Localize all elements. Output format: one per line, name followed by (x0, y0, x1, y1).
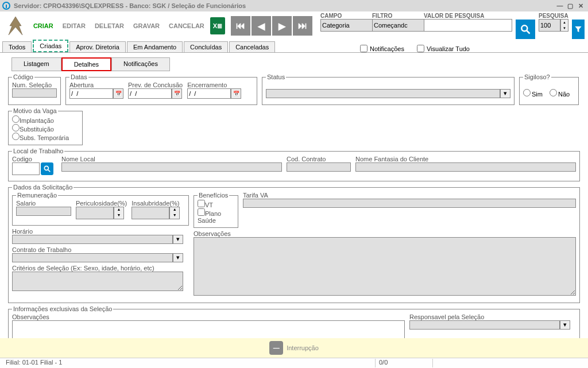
interrupt-bar: — Interrupção (0, 338, 588, 358)
form-area: Código Num. Seleção Datas Abertura 📅 Pre… (0, 71, 588, 358)
cancelar-button[interactable]: CANCELAR (165, 20, 208, 32)
dados-fieldset: Dados da Solicitação Remuneração Salario… (8, 184, 580, 303)
check-notif[interactable]: Notificações (360, 45, 404, 52)
enc-cal-button[interactable]: 📅 (231, 88, 241, 99)
interrupt-label: Interrupção (287, 344, 319, 351)
deletar-button[interactable]: DELETAR (91, 20, 127, 32)
check-vistudo[interactable]: Visualizar Tudo (417, 45, 470, 52)
inner-tab-listagem[interactable]: Listagem (11, 57, 61, 71)
excel-export-button[interactable]: X≣ (210, 17, 225, 34)
svg-line-3 (48, 170, 51, 172)
criterios-input[interactable] (12, 272, 183, 291)
salario-input[interactable] (16, 207, 71, 216)
status-fieldset: Status ▾ (262, 73, 514, 105)
motivo-fieldset: Motivo da Vaga Implantação Substituição … (8, 107, 83, 145)
num-selecao-input[interactable] (12, 88, 57, 98)
inner-tab-detalhes[interactable]: Detalhes (61, 57, 111, 71)
pesquisa-inc[interactable]: ▲ (561, 20, 568, 25)
resp-select[interactable] (409, 320, 560, 330)
prev-cal-button[interactable]: 📅 (172, 88, 182, 99)
statusbar: Filial: 01-01 Filial - 1 0/0 (0, 358, 588, 368)
filter-button[interactable] (572, 20, 585, 39)
contrato-dropdown[interactable]: ▾ (173, 253, 183, 262)
resp-dropdown[interactable]: ▾ (560, 320, 570, 330)
tab-aprov[interactable]: Aprov. Diretoria (69, 41, 126, 52)
sigiloso-nao[interactable]: Não (550, 89, 570, 98)
toolbar: CRIAR EDITAR DELETAR GRAVAR CANCELAR X≣ … (0, 11, 588, 40)
tab-concluidas[interactable]: Concluídas (184, 41, 228, 52)
nome-fantasia-input[interactable] (355, 162, 576, 172)
prev-input[interactable] (128, 88, 172, 99)
peric-inc[interactable]: ▲ (114, 207, 123, 213)
nav-buttons: ⏮ ◀ ▶ ⏭ (231, 16, 312, 36)
valor-input[interactable] (424, 19, 512, 32)
cod-contrato-input[interactable] (287, 162, 351, 172)
logo-icon (3, 13, 28, 38)
peric-dec[interactable]: ▼ (114, 213, 123, 219)
motivo-sub[interactable]: Substituição (12, 124, 79, 133)
subtabs: Todos Criadas Aprov. Diretoria Em Andame… (0, 40, 588, 53)
pesquisa-label: PESQUISA (539, 13, 568, 19)
tab-criadas[interactable]: Criadas (33, 40, 68, 52)
nav-next-button[interactable]: ▶ (272, 16, 292, 36)
contrato-select[interactable] (12, 253, 173, 262)
close-button[interactable]: ✕ (575, 1, 586, 10)
abertura-cal-button[interactable]: 📅 (113, 88, 123, 99)
motivo-imp[interactable]: Implantação (12, 115, 79, 124)
enc-input[interactable] (187, 88, 231, 99)
motivo-temp[interactable]: Subs. Temporária (12, 133, 79, 141)
nav-prev-button[interactable]: ◀ (252, 16, 271, 36)
local-fieldset: Local de Trabalho Codigo Nome Local Cod.… (8, 148, 580, 181)
status-filial: Filial: 01-01 Filial - 1 (2, 359, 376, 367)
editar-button[interactable]: EDITAR (59, 20, 89, 32)
minimize-button[interactable]: — (555, 1, 565, 10)
inner-tabs: Listagem Detalhes Notificações (11, 57, 588, 71)
local-codigo-input[interactable] (12, 162, 40, 175)
nav-last-button[interactable]: ⏭ (293, 16, 312, 36)
insal-inc[interactable]: ▲ (170, 207, 179, 213)
status-dropdown-button[interactable]: ▾ (500, 89, 510, 98)
horario-select[interactable] (12, 235, 173, 244)
app-icon (2, 2, 10, 10)
titlebar-text: Servidor: CPRO43396\SQLEXPRESS - Banco: … (14, 2, 555, 9)
svg-point-2 (44, 166, 48, 170)
local-search-button[interactable] (41, 162, 53, 175)
datas-fieldset: Datas Abertura 📅 Prev. de Conclusão 📅 En… (65, 73, 257, 105)
sigiloso-fieldset: Sigiloso? Sim Não (519, 73, 579, 105)
pesquisa-dec[interactable]: ▼ (561, 25, 568, 31)
interrupt-button[interactable]: — (269, 341, 283, 355)
filtro-label: FILTRO (372, 13, 420, 19)
status-select[interactable] (266, 89, 500, 98)
search-area: CAMPO ▾ FILTRO ▾ VALOR DE PESQUISA PESQU… (320, 13, 585, 39)
criar-button[interactable]: CRIAR (30, 20, 57, 32)
search-button[interactable] (516, 20, 535, 39)
tab-canceladas[interactable]: Canceladas (229, 41, 275, 52)
campo-label: CAMPO (320, 13, 369, 19)
sigiloso-sim[interactable]: Sim (523, 89, 543, 98)
remuneracao-fieldset: Remuneração Salario Periculosidade(%)▲▼ … (12, 192, 189, 226)
nav-first-button[interactable]: ⏮ (231, 16, 250, 36)
codigo-fieldset: Código Num. Seleção (8, 73, 61, 105)
gravar-button[interactable]: GRAVAR (130, 20, 163, 32)
tab-andamento[interactable]: Em Andamento (127, 41, 183, 52)
valor-label: VALOR DE PESQUISA (424, 13, 512, 19)
plano-check[interactable]: Plano Saúde (198, 208, 234, 224)
status-count: 0/0 (376, 359, 433, 367)
vt-check[interactable]: VT (198, 200, 234, 208)
insal-input[interactable] (131, 207, 169, 219)
abertura-input[interactable] (69, 88, 113, 99)
inner-tab-notif[interactable]: Notificações (111, 57, 170, 71)
svg-point-0 (521, 25, 527, 31)
titlebar: Servidor: CPRO43396\SQLEXPRESS - Banco: … (0, 0, 588, 11)
peric-input[interactable] (76, 207, 114, 219)
maximize-button[interactable]: ▢ (565, 1, 575, 10)
beneficios-fieldset: Benefícios VT Plano Saúde (194, 192, 238, 228)
pesquisa-input[interactable] (539, 19, 560, 32)
svg-line-1 (527, 31, 530, 34)
tab-todos[interactable]: Todos (2, 41, 32, 52)
tarifa-input[interactable] (243, 199, 576, 208)
horario-dropdown[interactable]: ▾ (173, 235, 183, 244)
nome-local-input[interactable] (61, 162, 282, 172)
obs-dados-input[interactable] (194, 237, 576, 296)
insal-dec[interactable]: ▼ (170, 213, 179, 219)
